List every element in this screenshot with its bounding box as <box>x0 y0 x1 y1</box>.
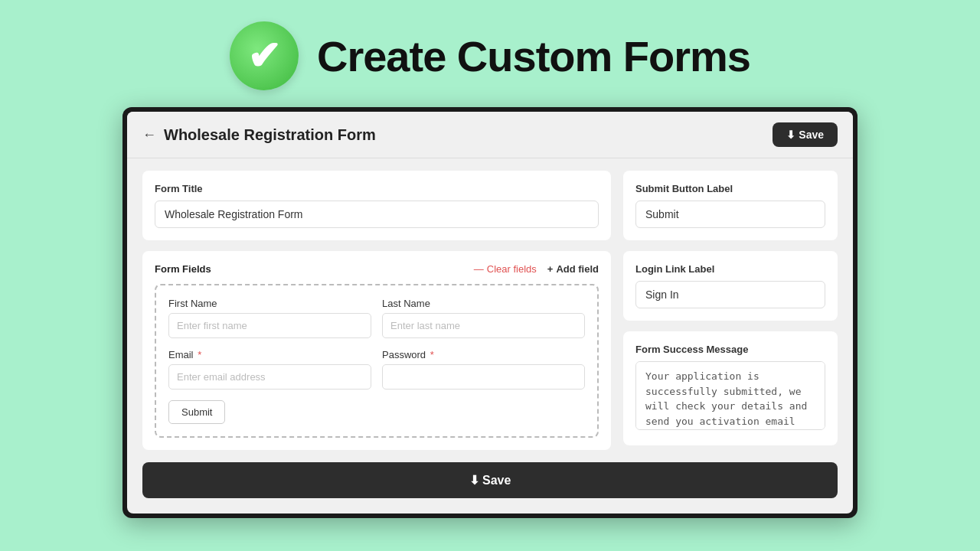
plus-icon: + <box>547 263 554 275</box>
success-message-card: Form Success Message Your application is… <box>623 331 838 445</box>
save-button-top[interactable]: ⬇ Save <box>773 122 838 147</box>
email-input[interactable] <box>168 364 371 390</box>
fields-actions: — Clear fields + Add field <box>474 263 599 275</box>
login-link-label-input[interactable] <box>635 281 825 308</box>
form-title-card: Form Title <box>142 171 611 240</box>
bottom-save-wrap: ⬇ Save <box>127 462 853 514</box>
form-fields-card: Form Fields — Clear fields + Add field <box>142 251 611 450</box>
topbar: ← Wholesale Registration Form ⬇ Save <box>127 112 853 158</box>
preview-row-1: First Name Last Name <box>168 298 585 338</box>
preview-row-2: Email * Password * <box>168 349 585 390</box>
password-required-star: * <box>430 349 434 360</box>
page-title: Wholesale Registration Form <box>164 126 376 144</box>
save-button-bottom[interactable]: ⬇ Save <box>142 462 838 498</box>
login-label-title: Login Link Label <box>635 263 825 275</box>
submit-preview-button[interactable]: Submit <box>168 400 225 424</box>
fields-title: Form Fields <box>155 263 211 275</box>
submit-button-label-input[interactable] <box>635 201 825 228</box>
email-label: Email * <box>168 349 371 360</box>
checkmark-icon: ✔ <box>247 36 281 76</box>
submit-row: Submit <box>168 400 585 424</box>
password-input[interactable] <box>382 364 585 390</box>
email-field: Email * <box>168 349 371 390</box>
last-name-field: Last Name <box>382 298 585 338</box>
last-name-input[interactable] <box>382 313 585 338</box>
minus-icon: — <box>474 263 484 275</box>
first-name-label: First Name <box>168 298 371 309</box>
topbar-left: ← Wholesale Registration Form <box>142 126 376 144</box>
submit-label-card: Submit Button Label <box>623 171 838 240</box>
left-panel: Form Title Form Fields — Clear fields <box>142 171 611 450</box>
content-area: Form Title Form Fields — Clear fields <box>127 158 853 462</box>
form-title-label: Form Title <box>155 183 599 194</box>
hero-section: ✔ Create Custom Forms <box>230 0 750 107</box>
password-label: Password * <box>382 349 585 360</box>
success-message-textarea[interactable]: Your application is successfully submitt… <box>635 361 825 430</box>
hero-title: Create Custom Forms <box>317 31 750 81</box>
first-name-input[interactable] <box>168 313 371 338</box>
back-button[interactable]: ← <box>142 127 156 143</box>
form-title-input[interactable] <box>155 201 599 228</box>
app-window: ← Wholesale Registration Form ⬇ Save For… <box>122 107 858 518</box>
login-label-card: Login Link Label <box>623 251 838 321</box>
first-name-field: First Name <box>168 298 371 338</box>
logo-circle: ✔ <box>230 21 299 90</box>
fields-header: Form Fields — Clear fields + Add field <box>155 263 599 275</box>
email-required-star: * <box>198 349 201 360</box>
password-field: Password * <box>382 349 585 390</box>
last-name-label: Last Name <box>382 298 585 309</box>
clear-fields-button[interactable]: — Clear fields <box>474 263 537 275</box>
add-field-button[interactable]: + Add field <box>547 263 599 275</box>
form-preview: First Name Last Name Email * <box>155 284 599 438</box>
submit-label-title: Submit Button Label <box>635 183 825 194</box>
success-message-title: Form Success Message <box>635 344 825 355</box>
right-panel: Submit Button Label Login Link Label For… <box>623 171 838 450</box>
app-inner: ← Wholesale Registration Form ⬇ Save For… <box>127 112 853 514</box>
